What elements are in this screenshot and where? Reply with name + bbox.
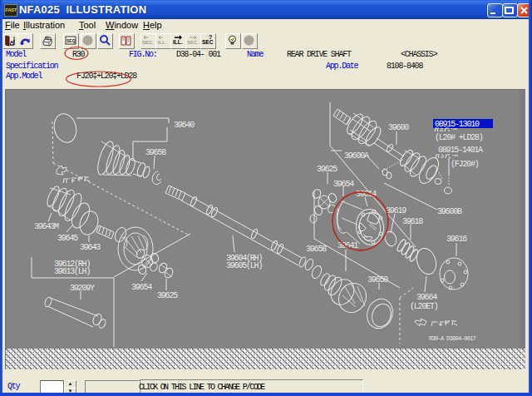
svg-text:08915-1401A: 08915-1401A [438,146,483,155]
svg-text:ILL.: ILL. [173,39,183,45]
svg-text:39618: 39618 [402,217,423,226]
svg-text:39654: 39654 [131,283,152,292]
svg-text:08915-13010: 08915-13010 [435,120,480,129]
svg-text:39643M: 39643M [34,222,59,231]
svg-text:39209Y: 39209Y [70,284,95,293]
svg-text:39625: 39625 [317,165,337,174]
svg-text:R30-A D3804-0017: R30-A D3804-0017 [429,335,476,342]
svg-text:SEC: SEC [202,39,214,45]
svg-text:39645: 39645 [57,234,78,243]
svg-text:(L20# +LD28): (L20# +LD28) [435,133,483,142]
svg-text:(L20ET): (L20ET) [410,302,438,311]
svg-text:39625: 39625 [157,291,178,300]
svg-text:39650: 39650 [367,275,388,285]
svg-text:39640: 39640 [174,121,195,130]
svg-text:39600A: 39600A [344,151,369,161]
svg-text:39613(LH): 39613(LH) [54,267,90,276]
svg-text:39619: 39619 [386,206,406,215]
svg-text:39616: 39616 [446,235,467,244]
svg-text:39658: 39658 [306,245,327,254]
svg-text:39605(LH): 39605(LH) [226,261,262,270]
svg-text:39614: 39614 [356,190,377,199]
svg-text:(FJ20#): (FJ20#) [451,160,479,169]
svg-text:39600B: 39600B [437,207,462,216]
svg-text:39643: 39643 [80,243,101,252]
svg-text:39654: 39654 [333,180,354,189]
svg-text:39664: 39664 [416,293,437,302]
svg-text:39658: 39658 [145,148,166,157]
svg-text:?: ? [209,34,212,40]
svg-text:SEQ: SEQ [66,38,76,43]
svg-text:39600: 39600 [388,123,409,132]
